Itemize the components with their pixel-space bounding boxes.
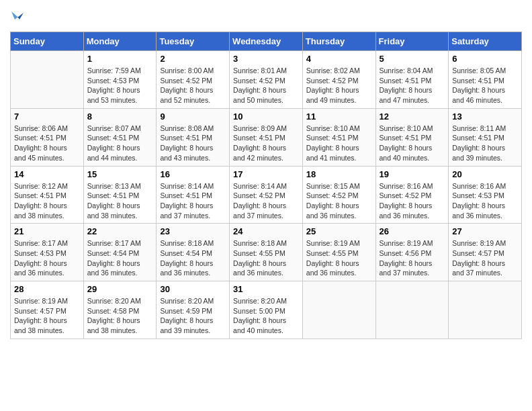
day-number: 28 xyxy=(14,284,80,294)
day-info: Sunrise: 8:06 AM Sunset: 4:51 PM Dayligh… xyxy=(14,124,80,163)
day-number: 17 xyxy=(233,169,299,179)
day-info: Sunrise: 8:12 AM Sunset: 4:51 PM Dayligh… xyxy=(14,181,80,221)
calendar-week-row: 1Sunrise: 7:59 AM Sunset: 4:53 PM Daylig… xyxy=(11,51,522,109)
day-info: Sunrise: 8:19 AM Sunset: 4:57 PM Dayligh… xyxy=(452,238,518,278)
calendar-cell: 23Sunrise: 8:18 AM Sunset: 4:54 PM Dayli… xyxy=(157,224,230,281)
day-number: 20 xyxy=(452,169,518,179)
calendar-week-row: 28Sunrise: 8:19 AM Sunset: 4:57 PM Dayli… xyxy=(11,281,522,339)
calendar-cell: 30Sunrise: 8:20 AM Sunset: 4:59 PM Dayli… xyxy=(157,281,230,339)
day-number: 26 xyxy=(380,226,445,236)
day-number: 29 xyxy=(87,284,153,294)
day-number: 1 xyxy=(87,54,153,64)
calendar-cell: 19Sunrise: 8:16 AM Sunset: 4:52 PM Dayli… xyxy=(375,166,449,224)
calendar-cell: 10Sunrise: 8:09 AM Sunset: 4:51 PM Dayli… xyxy=(230,108,303,166)
day-number: 25 xyxy=(306,226,372,236)
day-number: 21 xyxy=(14,226,80,236)
logo-bird-icon xyxy=(11,10,24,22)
day-info: Sunrise: 8:16 AM Sunset: 4:52 PM Dayligh… xyxy=(380,181,445,221)
day-info: Sunrise: 8:13 AM Sunset: 4:51 PM Dayligh… xyxy=(87,181,153,221)
day-info: Sunrise: 7:59 AM Sunset: 4:53 PM Dayligh… xyxy=(87,66,153,105)
day-info: Sunrise: 8:18 AM Sunset: 4:55 PM Dayligh… xyxy=(233,238,299,278)
calendar-cell xyxy=(11,51,84,109)
calendar-cell: 27Sunrise: 8:19 AM Sunset: 4:57 PM Dayli… xyxy=(449,224,522,281)
calendar-cell: 12Sunrise: 8:10 AM Sunset: 4:51 PM Dayli… xyxy=(375,108,449,166)
day-info: Sunrise: 8:15 AM Sunset: 4:52 PM Dayligh… xyxy=(306,181,372,221)
day-info: Sunrise: 8:19 AM Sunset: 4:57 PM Dayligh… xyxy=(14,296,80,336)
calendar-cell: 9Sunrise: 8:08 AM Sunset: 4:51 PM Daylig… xyxy=(157,108,230,166)
calendar-cell: 28Sunrise: 8:19 AM Sunset: 4:57 PM Dayli… xyxy=(11,281,84,339)
column-header-sunday: Sunday xyxy=(11,32,84,51)
day-number: 9 xyxy=(160,111,226,122)
calendar-cell: 4Sunrise: 8:02 AM Sunset: 4:52 PM Daylig… xyxy=(302,51,375,109)
calendar-cell: 2Sunrise: 8:00 AM Sunset: 4:52 PM Daylig… xyxy=(157,51,230,109)
day-number: 22 xyxy=(87,226,153,236)
calendar-cell: 29Sunrise: 8:20 AM Sunset: 4:58 PM Dayli… xyxy=(83,281,157,339)
day-info: Sunrise: 8:19 AM Sunset: 4:55 PM Dayligh… xyxy=(306,238,372,278)
calendar-cell: 21Sunrise: 8:17 AM Sunset: 4:53 PM Dayli… xyxy=(11,224,84,281)
calendar-cell: 18Sunrise: 8:15 AM Sunset: 4:52 PM Dayli… xyxy=(302,166,375,224)
day-info: Sunrise: 8:18 AM Sunset: 4:54 PM Dayligh… xyxy=(160,238,226,278)
day-info: Sunrise: 8:04 AM Sunset: 4:51 PM Dayligh… xyxy=(380,66,445,105)
column-header-monday: Monday xyxy=(83,32,157,51)
day-info: Sunrise: 8:14 AM Sunset: 4:52 PM Dayligh… xyxy=(233,181,299,221)
day-info: Sunrise: 8:17 AM Sunset: 4:53 PM Dayligh… xyxy=(14,238,80,278)
day-number: 5 xyxy=(380,54,445,64)
logo xyxy=(10,10,24,25)
column-header-friday: Friday xyxy=(375,32,449,51)
day-info: Sunrise: 8:07 AM Sunset: 4:51 PM Dayligh… xyxy=(87,124,153,163)
day-info: Sunrise: 8:19 AM Sunset: 4:56 PM Dayligh… xyxy=(380,238,445,278)
day-number: 2 xyxy=(160,54,226,64)
calendar-cell: 13Sunrise: 8:11 AM Sunset: 4:51 PM Dayli… xyxy=(449,108,522,166)
day-info: Sunrise: 8:09 AM Sunset: 4:51 PM Dayligh… xyxy=(233,124,299,163)
day-info: Sunrise: 8:20 AM Sunset: 4:58 PM Dayligh… xyxy=(87,296,153,336)
calendar-week-row: 7Sunrise: 8:06 AM Sunset: 4:51 PM Daylig… xyxy=(11,108,522,166)
calendar-header-row: SundayMondayTuesdayWednesdayThursdayFrid… xyxy=(11,32,522,51)
column-header-tuesday: Tuesday xyxy=(157,32,230,51)
day-info: Sunrise: 8:16 AM Sunset: 4:53 PM Dayligh… xyxy=(452,181,518,221)
day-info: Sunrise: 8:14 AM Sunset: 4:51 PM Dayligh… xyxy=(160,181,226,221)
day-info: Sunrise: 8:08 AM Sunset: 4:51 PM Dayligh… xyxy=(160,124,226,163)
day-number: 16 xyxy=(160,169,226,179)
day-info: Sunrise: 8:17 AM Sunset: 4:54 PM Dayligh… xyxy=(87,238,153,278)
day-number: 8 xyxy=(87,111,153,122)
day-number: 19 xyxy=(380,169,445,179)
day-number: 24 xyxy=(233,226,299,236)
day-info: Sunrise: 8:20 AM Sunset: 4:59 PM Dayligh… xyxy=(160,296,226,336)
day-number: 18 xyxy=(306,169,372,179)
calendar-week-row: 14Sunrise: 8:12 AM Sunset: 4:51 PM Dayli… xyxy=(11,166,522,224)
calendar-cell: 6Sunrise: 8:05 AM Sunset: 4:51 PM Daylig… xyxy=(449,51,522,109)
calendar-cell: 7Sunrise: 8:06 AM Sunset: 4:51 PM Daylig… xyxy=(11,108,84,166)
calendar-cell xyxy=(449,281,522,339)
day-info: Sunrise: 8:20 AM Sunset: 5:00 PM Dayligh… xyxy=(233,296,299,336)
calendar-cell: 15Sunrise: 8:13 AM Sunset: 4:51 PM Dayli… xyxy=(83,166,157,224)
day-info: Sunrise: 8:10 AM Sunset: 4:51 PM Dayligh… xyxy=(380,124,445,163)
page-header xyxy=(10,10,522,25)
calendar-cell: 20Sunrise: 8:16 AM Sunset: 4:53 PM Dayli… xyxy=(449,166,522,224)
day-number: 4 xyxy=(306,54,372,64)
calendar-week-row: 21Sunrise: 8:17 AM Sunset: 4:53 PM Dayli… xyxy=(11,224,522,281)
day-number: 30 xyxy=(160,284,226,294)
day-number: 15 xyxy=(87,169,153,179)
calendar-cell xyxy=(302,281,375,339)
day-info: Sunrise: 8:05 AM Sunset: 4:51 PM Dayligh… xyxy=(452,66,518,105)
calendar-cell: 1Sunrise: 7:59 AM Sunset: 4:53 PM Daylig… xyxy=(83,51,157,109)
day-number: 3 xyxy=(233,54,299,64)
calendar-cell: 22Sunrise: 8:17 AM Sunset: 4:54 PM Dayli… xyxy=(83,224,157,281)
day-number: 23 xyxy=(160,226,226,236)
svg-marker-1 xyxy=(11,11,17,19)
day-info: Sunrise: 8:01 AM Sunset: 4:52 PM Dayligh… xyxy=(233,66,299,105)
calendar-cell: 11Sunrise: 8:10 AM Sunset: 4:51 PM Dayli… xyxy=(302,108,375,166)
column-header-saturday: Saturday xyxy=(449,32,522,51)
day-number: 6 xyxy=(452,54,518,64)
calendar-table: SundayMondayTuesdayWednesdayThursdayFrid… xyxy=(10,32,522,339)
day-number: 10 xyxy=(233,111,299,122)
day-number: 27 xyxy=(452,226,518,236)
calendar-cell: 3Sunrise: 8:01 AM Sunset: 4:52 PM Daylig… xyxy=(230,51,303,109)
column-header-wednesday: Wednesday xyxy=(230,32,303,51)
day-number: 14 xyxy=(14,169,80,179)
day-number: 11 xyxy=(306,111,372,122)
day-number: 12 xyxy=(380,111,445,122)
day-number: 7 xyxy=(14,111,80,122)
day-info: Sunrise: 8:11 AM Sunset: 4:51 PM Dayligh… xyxy=(452,124,518,163)
calendar-cell: 31Sunrise: 8:20 AM Sunset: 5:00 PM Dayli… xyxy=(230,281,303,339)
